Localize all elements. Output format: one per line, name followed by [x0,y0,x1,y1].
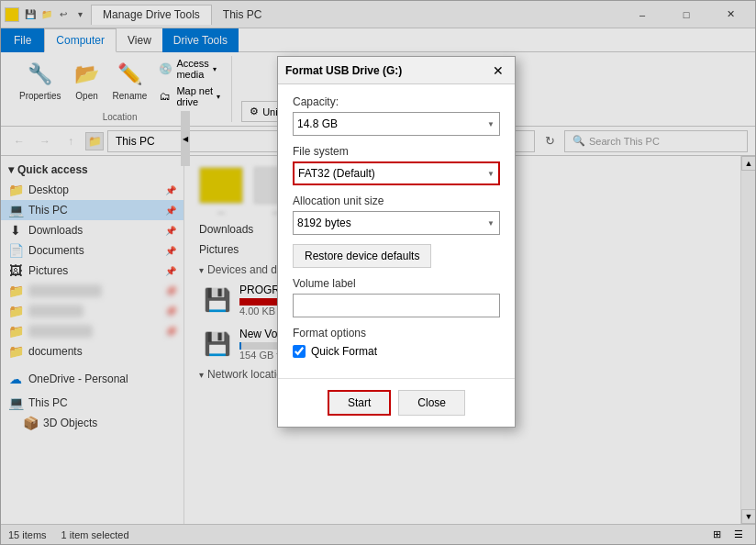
dialog-overlay: Format USB Drive (G:) ✕ Capacity: 14.8 G… [1,1,755,544]
dialog-title-bar: Format USB Drive (G:) ✕ [278,57,515,84]
format-options-group: Format options Quick Format [293,327,500,358]
main-window: 💾 📁 ↩ ▾ Manage Drive Tools This PC – □ ✕… [0,0,756,545]
volume-label-group: Volume label [293,277,500,317]
dialog-footer: Start Close [278,378,515,427]
volume-label: Volume label [293,277,500,290]
filesystem-group: File system FAT32 (Default) [293,145,500,185]
filesystem-label: File system [293,145,500,158]
dialog-content: Capacity: 14.8 GB File system FAT32 (Def… [278,84,515,378]
allocation-select-wrapper: 8192 bytes [293,211,500,235]
restore-defaults-button[interactable]: Restore device defaults [293,244,431,268]
format-dialog: Format USB Drive (G:) ✕ Capacity: 14.8 G… [277,56,516,428]
quick-format-label: Quick Format [311,345,377,358]
restore-btn-container: Restore device defaults [293,244,500,268]
capacity-label: Capacity: [293,95,500,108]
capacity-select[interactable]: 14.8 GB [293,112,500,136]
volume-label-input[interactable] [293,294,500,317]
filesystem-select[interactable]: FAT32 (Default) [293,161,500,185]
allocation-select[interactable]: 8192 bytes [293,211,500,235]
quick-format-row: Quick Format [293,345,500,358]
dialog-title: Format USB Drive (G:) [285,64,402,77]
dialog-close-icon-btn[interactable]: ✕ [489,61,507,80]
capacity-select-wrapper: 14.8 GB [293,112,500,136]
allocation-group: Allocation unit size 8192 bytes [293,195,500,235]
capacity-group: Capacity: 14.8 GB [293,95,500,136]
format-options-label: Format options [293,327,500,339]
dialog-close-button[interactable]: Close [398,390,465,416]
quick-format-checkbox[interactable] [293,345,306,358]
allocation-label: Allocation unit size [293,195,500,207]
filesystem-select-wrapper: FAT32 (Default) [293,161,500,185]
start-button[interactable]: Start [328,390,391,416]
